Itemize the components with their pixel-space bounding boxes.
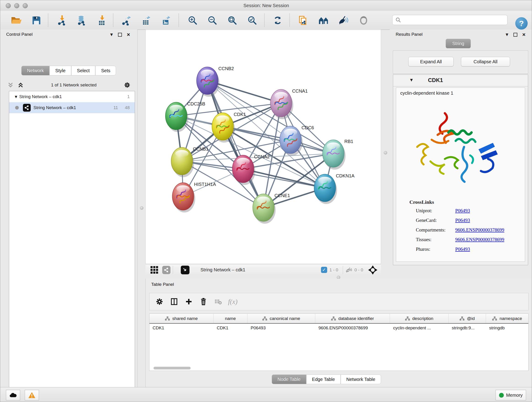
tab-network-table[interactable]: Network Table: [341, 375, 381, 384]
network-node-ccnb2[interactable]: CCNB2: [196, 66, 234, 95]
network-snapshot-button[interactable]: [297, 14, 310, 27]
function-builder-button[interactable]: f(x): [225, 298, 240, 306]
warnings-button[interactable]: [25, 390, 39, 400]
import-network-file-button[interactable]: [56, 14, 69, 27]
selected-checkbox-icon[interactable]: ✓: [321, 267, 327, 273]
detach-view-icon[interactable]: [181, 266, 190, 274]
column-label: namespace: [500, 316, 522, 321]
tab-string[interactable]: String: [446, 39, 471, 48]
export-network-icon: [121, 15, 131, 26]
import-table-file-button[interactable]: [96, 14, 109, 27]
columns-icon: [170, 297, 178, 306]
network-graph[interactable]: CCNB2CCNA1CDC25BCDK1CDC6RB1CCNB1CCNA2CDK…: [146, 30, 381, 264]
first-neighbors-button[interactable]: [317, 14, 330, 27]
entry-collapse-icon[interactable]: ▼: [410, 78, 413, 82]
entry-header-row[interactable]: ▼ CDK1: [393, 75, 528, 86]
column-header[interactable]: description: [390, 314, 449, 323]
birds-eye-grid-icon[interactable]: [151, 266, 158, 274]
crosslink-value-link[interactable]: P06493: [455, 208, 504, 214]
left-splitter-handle[interactable]: [140, 206, 143, 210]
zoom-in-button[interactable]: [186, 14, 199, 27]
node-table[interactable]: shared name name canonical name: [149, 313, 529, 371]
column-header[interactable]: shared name: [149, 314, 214, 323]
column-header[interactable]: @id: [449, 314, 486, 323]
import-database-icon: [76, 15, 87, 26]
search-field[interactable]: [392, 15, 507, 25]
collapse-all-button[interactable]: Collapse All: [461, 57, 510, 66]
network-node-ccna2[interactable]: CCNA2: [232, 154, 270, 183]
refresh-view-button[interactable]: [271, 14, 284, 27]
panel-float-icon[interactable]: ▼: [506, 32, 508, 37]
tab-select[interactable]: Select: [71, 66, 95, 75]
delete-table-button[interactable]: [211, 297, 225, 306]
save-session-button[interactable]: [30, 14, 43, 27]
network-node-cdk1[interactable]: CDK1: [212, 112, 246, 140]
show-graphics-details-button[interactable]: [357, 14, 370, 27]
create-column-button[interactable]: [181, 297, 196, 306]
expand-all-button[interactable]: Expand All: [408, 57, 454, 66]
hide-selected-graphics-button[interactable]: [337, 14, 350, 27]
column-label: canonical name: [270, 316, 300, 321]
hidden-eye-slash-icon[interactable]: [345, 267, 352, 273]
network-options-gear-icon[interactable]: [123, 81, 131, 89]
export-image-button[interactable]: [160, 14, 172, 27]
export-network-button[interactable]: [120, 14, 133, 27]
zoom-out-button[interactable]: [206, 14, 219, 27]
panel-close-icon[interactable]: ×: [522, 32, 526, 37]
network-node-ccna1[interactable]: CCNA1: [270, 89, 308, 117]
tab-node-table[interactable]: Node Table: [272, 375, 306, 384]
panel-close-icon[interactable]: ×: [127, 32, 130, 37]
column-header[interactable]: namespace: [486, 314, 528, 323]
panel-maximize-icon[interactable]: [118, 33, 122, 37]
import-network-icon: [57, 15, 67, 26]
search-input[interactable]: [401, 17, 500, 23]
network-node-ccne1[interactable]: CCNE1: [253, 193, 290, 221]
table-horizontal-scrollbar[interactable]: [150, 366, 527, 370]
crosslink-value-link[interactable]: P06493: [455, 217, 504, 223]
collapse-all-icon[interactable]: [7, 82, 14, 89]
column-label: database identifier: [338, 316, 374, 321]
table-row[interactable]: CDK1 CDK1 P06493 9606.ENSP00000378699 cy…: [149, 324, 528, 333]
tab-edge-table[interactable]: Edge Table: [306, 375, 341, 384]
right-splitter-handle[interactable]: [384, 151, 387, 154]
control-panel-title: Control Panel: [6, 32, 32, 37]
crosslinks-list: Uniprot: P06493 GeneCard: P06493 Compart…: [416, 208, 504, 252]
export-table-button[interactable]: [140, 14, 152, 27]
help-button[interactable]: ?: [515, 17, 528, 30]
panel-maximize-icon[interactable]: [513, 33, 517, 37]
network-node-rb1[interactable]: RB1: [323, 139, 353, 167]
crosslink-value-link[interactable]: P06493: [455, 246, 504, 252]
expand-all-icon[interactable]: [17, 82, 24, 89]
delete-column-button[interactable]: [196, 297, 211, 306]
memory-status-button[interactable]: Memory: [496, 390, 526, 400]
import-network-database-button[interactable]: [75, 14, 88, 27]
column-header[interactable]: canonical name: [247, 314, 315, 323]
zoom-fit-icon: [227, 15, 237, 26]
network-share-icon[interactable]: [162, 266, 171, 274]
open-session-button[interactable]: [10, 14, 23, 27]
column-label: name: [225, 316, 236, 321]
panel-float-icon[interactable]: ▼: [110, 32, 113, 37]
tree-expander-icon[interactable]: ▼: [13, 95, 19, 99]
network-collection-row[interactable]: ▼ String Network – cdk1 1: [9, 91, 135, 102]
column-header[interactable]: database identifier: [315, 314, 390, 323]
scrollbar-thumb[interactable]: [153, 367, 191, 370]
entry-description: cyclin-dependent kinase 1: [400, 90, 453, 96]
memory-label: Memory: [506, 393, 523, 398]
fit-selected-crosshair-icon[interactable]: [368, 265, 378, 275]
zoom-selected-button[interactable]: [246, 14, 259, 27]
table-settings-button[interactable]: [152, 297, 167, 306]
cloud-icon: [9, 392, 17, 398]
network-row-selected[interactable]: String Network – cdk1 11 48: [9, 102, 135, 113]
column-header[interactable]: name: [214, 314, 247, 323]
zoom-fit-button[interactable]: [226, 14, 239, 27]
show-column-button[interactable]: [167, 297, 181, 306]
crosslink-value-link[interactable]: 9606.ENSP00000378699: [455, 227, 504, 233]
cloud-status-button[interactable]: [6, 390, 20, 400]
network-canvas[interactable]: CCNB2CCNA1CDC25BCDK1CDC6RB1CCNB1CCNA2CDK…: [146, 30, 381, 264]
tab-sets[interactable]: Sets: [95, 66, 116, 75]
results-entry-box: ▼ CDK1 cyclin-dependent kinase 1: [393, 75, 528, 265]
crosslink-value-link[interactable]: 9606.ENSP00000378699: [455, 237, 504, 242]
tab-style[interactable]: Style: [50, 66, 71, 75]
tab-network[interactable]: Network: [21, 66, 50, 75]
